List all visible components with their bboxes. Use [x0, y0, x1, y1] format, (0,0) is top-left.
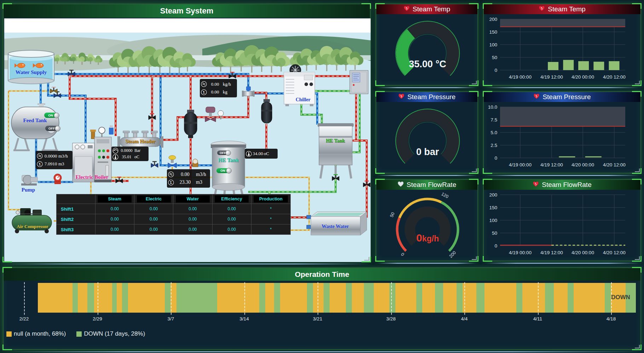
feed-tank-label: Feed Tank: [23, 118, 47, 124]
svg-text:150: 150: [489, 205, 497, 210]
svg-text:7.5: 7.5: [491, 117, 497, 123]
timeline-down-segment: [435, 283, 443, 313]
table-cell: *: [251, 214, 290, 224]
table-cell: 0.00: [173, 224, 212, 234]
main-title-bar: Steam System: [4, 4, 370, 18]
table-cell: 0.00: [213, 224, 251, 234]
legend-item[interactable]: null (a month, 68%): [6, 330, 66, 337]
svg-text:150: 150: [489, 29, 497, 35]
feed-tank-off-button[interactable]: OFF: [45, 126, 58, 131]
steam-pressure-gauge: 0 bar: [376, 102, 477, 174]
he-flow-display: 0.00m3/hΣ23.30m3: [167, 169, 210, 188]
timeline-down-segment: [274, 283, 280, 313]
chart-title: Steam Pressure: [543, 93, 591, 101]
svg-text:100: 100: [489, 218, 497, 223]
timeline-down-segment: [416, 283, 422, 313]
svg-text:120: 120: [441, 192, 449, 199]
svg-text:50: 50: [492, 230, 497, 236]
legend-item[interactable]: DOWN (17 days, 28%): [76, 330, 145, 337]
waste-water-tank[interactable]: [307, 212, 367, 235]
svg-text:4/20 12:00: 4/20 12:00: [603, 162, 626, 167]
sigma-icon: Σ: [37, 161, 43, 167]
table-cell: 0.00: [95, 204, 134, 214]
timeline-down-segment: [165, 283, 171, 313]
steam-flowrate-gauge: 0501202000kg/h: [376, 190, 477, 262]
chart-header-steam-flowrate: Steam FlowRate: [484, 180, 640, 190]
electrical-cabinet[interactable]: [350, 70, 368, 94]
electric-boiler-label: Electric Boiler: [76, 174, 109, 180]
timeline-tick-line: [318, 282, 318, 315]
shift-label: Shift2: [61, 217, 74, 222]
display-value: 35.01: [120, 154, 134, 160]
display-row: Σ0.00kg: [201, 89, 236, 95]
timeline-tick-line: [391, 282, 392, 315]
timeline-tick-label: 3/14: [228, 316, 260, 321]
gauge-value: 0 bar: [416, 147, 439, 157]
chart-panel-steam-pressure: Steam Pressure 02.55.07.510.04/19 00:004…: [483, 91, 641, 173]
chiller-label: Chiller: [296, 97, 311, 103]
steam-system-panel: Steam System: [3, 4, 371, 262]
broken-heart-icon: [539, 6, 545, 11]
broken-heart-icon: [404, 6, 410, 11]
operation-timeline-bar[interactable]: [38, 283, 636, 313]
timeline-down-segment: [112, 283, 117, 313]
timeline-down-segment: [307, 283, 313, 313]
timeline-tick-label: 2/22: [8, 316, 40, 321]
table-cell: 0.00: [134, 204, 173, 214]
heart-icon: [398, 181, 404, 187]
operation-time-title-bar: Operation Time: [4, 268, 640, 281]
table-row: Shift30.000.000.000.00*: [57, 224, 290, 234]
display-value: 34.00: [253, 151, 263, 156]
thermo-icon: [112, 154, 118, 160]
broken-heart-icon: [533, 93, 540, 99]
broken-heart-icon: [398, 93, 405, 99]
display-row: 34.00oC: [245, 151, 277, 157]
he-tank-on-button[interactable]: ON: [216, 168, 229, 173]
svg-text:0: 0: [494, 155, 497, 161]
water-supply-tank[interactable]: [8, 50, 54, 84]
he-feed-meter[interactable]: [192, 159, 198, 167]
display-unit: m3: [196, 180, 209, 185]
svg-text:4/19 12:00: 4/19 12:00: [540, 250, 563, 255]
svg-text:4/20 00:00: 4/20 00:00: [572, 74, 594, 80]
flow-icon: [168, 171, 174, 177]
display-value: 23.30: [175, 180, 195, 185]
feed-tank-on-button[interactable]: ON: [44, 113, 57, 118]
display-unit: oC: [264, 151, 277, 156]
svg-text:100: 100: [489, 42, 497, 47]
filter-vessel[interactable]: [184, 110, 197, 138]
display-value: 0.00: [208, 89, 222, 95]
timeline-down-segment: [324, 283, 330, 313]
steam-pressure-chart: 02.55.07.510.04/19 00:004/19 12:004/20 0…: [484, 102, 640, 174]
table-header-cell: Production: [251, 194, 290, 204]
timeline-tick-line: [244, 282, 245, 315]
display-row: 35.01oC: [112, 154, 148, 160]
timeline-down-segment: [476, 283, 485, 313]
timeline-down-segment: [457, 283, 463, 313]
display-unit: m3/h: [196, 172, 209, 177]
chart-title: Steam Temp: [548, 5, 585, 13]
table-header-cell: Electric: [134, 194, 173, 204]
water-meter[interactable]: [54, 174, 62, 184]
timeline-down-segment: [346, 283, 352, 313]
timeline-down-segment: [605, 283, 611, 313]
display-unit: kg/h: [223, 81, 236, 87]
svg-text:4/20 00:00: 4/20 00:00: [572, 250, 594, 255]
table-row: Shift10.000.000.000.00*: [57, 204, 290, 214]
chart-title: Steam FlowRate: [542, 181, 591, 189]
timeline-down-segment: [516, 283, 522, 313]
table-cell: 0.00: [95, 214, 134, 224]
gauge-icon: [112, 148, 118, 154]
svg-text:4/20 12:00: 4/20 12:00: [603, 250, 626, 255]
svg-text:4/19 12:00: 4/19 12:00: [540, 74, 563, 80]
steam-temp-chart: 0501001502004/19 00:004/19 12:004/20 00:…: [484, 14, 640, 86]
water-supply-label: Water Supply: [16, 69, 47, 75]
svg-text:50: 50: [389, 211, 395, 218]
display-row: 0.00m3/h: [168, 171, 209, 177]
he-temp-display: 34.00oC: [245, 149, 278, 159]
timeline-tick-line: [98, 282, 98, 315]
display-value: 7.0910: [44, 161, 58, 167]
timeline-tick-label: 3/28: [375, 316, 407, 321]
he-tank-off-button[interactable]: OFF: [217, 150, 228, 155]
table-header-cell: Water: [173, 194, 212, 204]
